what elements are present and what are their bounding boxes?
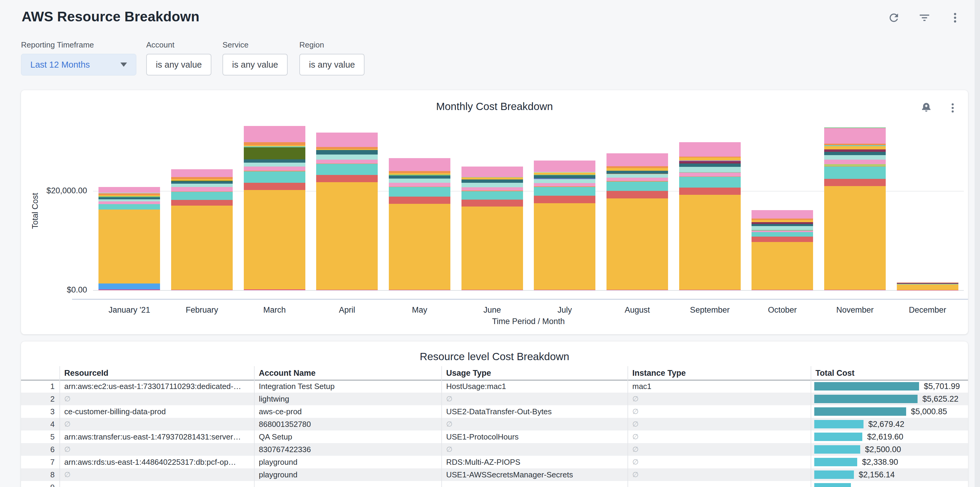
bar-segment-mint[interactable] (679, 167, 741, 172)
bar-segment-pink[interactable] (316, 133, 378, 147)
bar-segment-slate[interactable] (171, 181, 233, 184)
bar-segment-pink[interactable] (461, 187, 523, 191)
bar-segment-pink[interactable] (171, 187, 233, 192)
bar-February[interactable] (171, 169, 233, 291)
bar-segment-pink[interactable] (461, 166, 523, 177)
bar-segment-blue[interactable] (99, 284, 160, 289)
bar-segment-pink[interactable] (606, 153, 668, 166)
bar-segment-maroon[interactable] (679, 161, 741, 163)
bar-October[interactable] (751, 210, 813, 290)
bar-segment-red[interactable] (824, 179, 886, 186)
bar-April[interactable] (316, 133, 378, 290)
bar-segment-orange[interactable] (244, 142, 305, 145)
bar-segment-magenta[interactable] (244, 289, 305, 290)
bar-segment-magenta[interactable] (534, 290, 595, 290)
bar-segment-magenta[interactable] (99, 289, 160, 290)
bar-segment-magenta[interactable] (679, 290, 741, 290)
bar-segment-orange[interactable] (316, 147, 378, 149)
bar-segment-slate[interactable] (461, 179, 523, 183)
bar-segment-mint[interactable] (99, 199, 160, 201)
bar-May[interactable] (389, 158, 450, 290)
bar-segment-pink[interactable] (171, 169, 233, 177)
bar-segment-red[interactable] (389, 196, 450, 204)
bar-segment-pink[interactable] (244, 126, 305, 142)
bar-segment-red[interactable] (461, 200, 523, 207)
bar-segment-amber[interactable] (99, 209, 160, 284)
bell-plus-icon[interactable] (920, 101, 933, 115)
bar-segment-amber[interactable] (606, 198, 668, 290)
more-vert-icon[interactable] (946, 101, 959, 115)
bar-segment-amber[interactable] (534, 203, 595, 290)
bar-November[interactable] (824, 128, 886, 290)
service-filter-button[interactable]: is any value (223, 54, 288, 75)
bar-segment-orange[interactable] (171, 177, 233, 179)
bar-segment-red[interactable] (751, 236, 813, 242)
bar-segment-amber[interactable] (389, 204, 450, 289)
account-filter-button[interactable]: is any value (146, 54, 212, 75)
bar-segment-magenta[interactable] (461, 290, 523, 290)
bar-segment-mint[interactable] (171, 184, 233, 187)
bar-segment-mint[interactable] (461, 183, 523, 187)
bar-September[interactable] (679, 142, 741, 290)
bar-segment-mint[interactable] (316, 155, 378, 160)
bar-segment-olive[interactable] (244, 147, 305, 159)
bar-segment-pink[interactable] (99, 201, 160, 204)
bar-segment-pink[interactable] (824, 128, 886, 144)
bar-segment-amber[interactable] (679, 158, 741, 161)
bar-segment-slate[interactable] (389, 176, 450, 179)
bar-segment-teal[interactable] (99, 204, 160, 209)
bar-January '21[interactable] (99, 187, 160, 290)
bar-segment-slate[interactable] (99, 197, 160, 200)
bar-segment-teal[interactable] (171, 192, 233, 200)
bar-segment-pink[interactable] (824, 160, 886, 164)
table-row[interactable]: 1arn:aws:ec2:us-east-1:733017110293:dedi… (21, 380, 968, 393)
table-row[interactable]: 6∅830767422336∅∅$2,500.00 (21, 443, 968, 456)
bar-segment-mint[interactable] (389, 179, 450, 183)
bar-segment-pink[interactable] (606, 178, 668, 181)
column-header-resourceid[interactable]: ResourceId (64, 369, 108, 378)
bar-segment-teal[interactable] (534, 187, 595, 196)
region-filter-button[interactable]: is any value (299, 54, 364, 75)
bar-segment-amber[interactable] (461, 206, 523, 289)
bar-segment-amber[interactable] (244, 190, 305, 290)
column-header-account-name[interactable]: Account Name (259, 369, 315, 378)
bar-segment-pink[interactable] (534, 161, 595, 172)
table-row[interactable]: 4∅868001352780∅∅$2,679.42 (21, 418, 968, 431)
bar-segment-amber[interactable] (897, 284, 958, 290)
bar-segment-mint[interactable] (606, 174, 668, 178)
bar-segment-amber[interactable] (171, 206, 233, 290)
table-row[interactable]: 2∅lightwing∅∅$5,625.22 (21, 393, 968, 405)
bar-segment-mint[interactable] (751, 226, 813, 230)
table-row[interactable]: 5arn:aws:transfer:us-east-1:479370281431… (21, 431, 968, 443)
bar-segment-magenta[interactable] (316, 290, 378, 290)
bar-March[interactable] (244, 126, 305, 290)
bar-segment-amber[interactable] (606, 168, 668, 171)
refresh-icon[interactable] (887, 11, 901, 25)
bar-segment-slate[interactable] (751, 224, 813, 226)
bar-segment-red[interactable] (171, 200, 233, 206)
bar-segment-pink[interactable] (679, 172, 741, 176)
bar-segment-red[interactable] (679, 188, 741, 195)
bar-segment-teal[interactable] (389, 187, 450, 196)
bar-segment-slate[interactable] (679, 163, 741, 167)
bar-segment-lime[interactable] (824, 164, 886, 166)
bar-segment-pink[interactable] (534, 183, 595, 187)
table-row[interactable]: 9 (21, 481, 968, 487)
bar-segment-pink[interactable] (99, 187, 160, 193)
bar-segment-amber[interactable] (679, 195, 741, 289)
bar-segment-teal[interactable] (824, 166, 886, 179)
bar-segment-magenta[interactable] (751, 290, 813, 290)
more-vert-icon[interactable] (948, 11, 962, 25)
bar-segment-slate[interactable] (244, 159, 305, 163)
bar-segment-slate[interactable] (316, 150, 378, 155)
bar-segment-red[interactable] (534, 196, 595, 203)
bar-segment-pink[interactable] (389, 183, 450, 186)
scrollbar[interactable] (975, 0, 980, 487)
table-row[interactable]: 7arn:aws:rds:us-east-1:448640225317:db:p… (21, 456, 968, 468)
column-header-instance-type[interactable]: Instance Type (632, 369, 686, 378)
bar-segment-slate[interactable] (824, 152, 886, 155)
bar-segment-orange[interactable] (606, 166, 668, 168)
column-header-total-cost[interactable]: Total Cost (816, 369, 854, 378)
bar-July[interactable] (534, 161, 595, 290)
bar-segment-pink[interactable] (316, 160, 378, 163)
